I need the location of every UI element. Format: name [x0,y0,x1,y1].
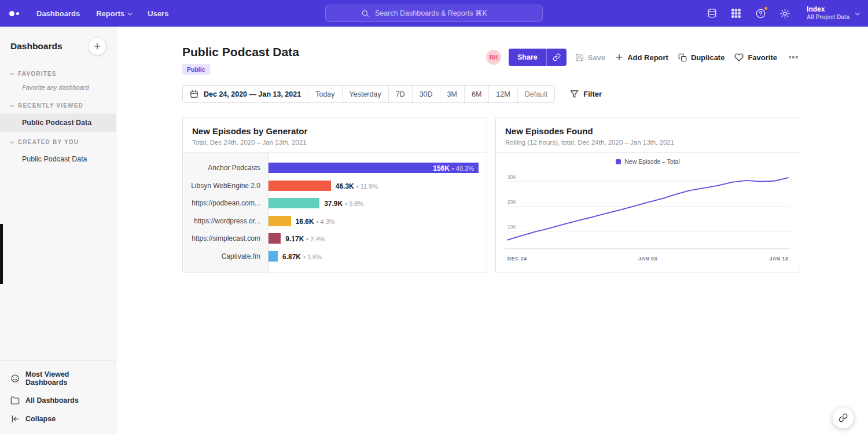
nav-link-dashboards[interactable]: Dashboards [36,9,80,18]
database-icon[interactable] [706,8,718,19]
share-split-button: Share [509,49,567,66]
add-report-label: Add Report [627,53,668,62]
more-options-button[interactable] [786,53,801,61]
bar-category-label: https://podbean.com... [183,199,269,207]
sidebar-section-created-by-you[interactable]: CREATED BY YOU [0,132,116,150]
range-button-7d[interactable]: 7D [389,86,413,102]
svg-text:JAN 13: JAN 13 [770,256,788,262]
screen-edge-artifact [0,224,3,284]
footer-item-label: Collapse [25,415,56,423]
page-title: Public Podcast Data [182,45,299,59]
sidebar-item-public-podcast-data[interactable]: Public Podcast Data [0,113,116,132]
bar-value: 37.9K [324,200,343,208]
sidebar-title: Dashboards [10,41,62,52]
bar[interactable] [269,233,281,244]
report-card-new-episodes-by-generator: New Episodes by Generator Total, Dec 24t… [182,117,487,273]
app-window: Dashboards Reports Users Index [0,0,868,434]
all-dashboards-button[interactable]: All Dashboards [0,391,116,410]
collapse-sidebar-button[interactable]: Collapse [0,410,116,428]
workspace-selector[interactable]: Index All Project Data [807,5,859,21]
save-button[interactable]: Save [574,51,606,64]
gear-icon[interactable] [779,8,790,19]
bar-category-label: Anchor Podcasts [183,164,269,172]
avatar[interactable]: RH [486,50,501,65]
nav-link-label: Users [148,9,168,18]
bar-percent: • 2.4% [306,236,325,242]
most-viewed-dashboards-button[interactable]: Most Viewed Dashboards [0,366,116,391]
bar-value-label: 16.6K• 4.3% [296,216,335,226]
bar[interactable]: 156K• 40.3% [269,163,479,173]
visibility-badge[interactable]: Public [182,64,210,75]
date-range-group: Dec 24, 2020 — Jan 13, 2021 Today Yester… [182,85,555,103]
svg-text:20K: 20K [507,199,517,205]
new-dashboard-button[interactable] [88,37,106,56]
filter-funnel-icon [570,90,579,98]
bar-value: 16.6K [296,218,314,226]
app-logo[interactable] [9,11,19,16]
legend-swatch [616,159,621,164]
duplicate-button[interactable]: Duplicate [677,51,726,64]
sidebar-item-public-podcast-data[interactable]: Public Podcast Data [0,150,116,168]
bar[interactable] [269,216,291,226]
date-range-label: Dec 24, 2020 — Jan 13, 2021 [204,90,301,98]
logo-dots-icon [9,11,14,16]
range-button-default[interactable]: Default [518,86,555,102]
bar-track: 156K• 40.3% [269,163,479,173]
bar-category-label: Captivate.fm [183,252,269,260]
bar-value: 46.3K [336,182,354,190]
bar-category-label: https://wordpress.or... [183,217,269,225]
favorites-empty-hint: Favorite any dashboard [0,82,116,95]
bar-category-label: https://simplecast.com [183,234,269,242]
bar-track: 46.3K• 11.9% [269,181,479,191]
bar-category-label: Libsyn WebEngine 2.0 [183,182,269,190]
search-input[interactable] [374,9,507,18]
section-label: RECENTLY VIEWED [18,102,83,109]
share-link-fab[interactable] [832,407,854,429]
sidebar-section-recently-viewed[interactable]: RECENTLY VIEWED [0,95,116,113]
card-subtitle: Total, Dec 24th, 2020 – Jan 13th, 2021 [192,139,477,146]
line-chart-svg[interactable]: 10K20K30KDEC 24JAN 03JAN 13 [505,167,790,264]
share-link-button[interactable] [546,49,567,66]
bar[interactable] [269,198,319,208]
date-filter-toolbar: Dec 24, 2020 — Jan 13, 2021 Today Yester… [182,85,801,103]
report-card-new-episodes-found: New Episodes Found Rolling (12 hours), t… [495,117,800,273]
favorite-label: Favorite [748,53,777,62]
card-header: New Episodes Found Rolling (12 hours), t… [496,117,800,153]
range-button-yesterday[interactable]: Yesterday [343,86,389,102]
help-icon[interactable] [755,8,766,19]
sidebar-section-favorites[interactable]: FAVORITES [0,64,116,82]
apps-grid-icon[interactable] [730,8,742,19]
link-icon [838,413,848,422]
card-title: New Episodes by Generator [192,126,477,136]
date-range-picker[interactable]: Dec 24, 2020 — Jan 13, 2021 [183,86,308,102]
share-button[interactable]: Share [509,49,546,66]
workspace-label: Index All Project Data [807,5,849,21]
bar-row: https://simplecast.com 9.17K• 2.4% [183,230,487,248]
bar[interactable] [269,251,278,262]
svg-text:JAN 03: JAN 03 [638,256,657,262]
add-report-button[interactable]: Add Report [614,51,670,64]
card-subtitle: Rolling (12 hours), total, Dec 24th, 202… [505,139,790,146]
filter-button[interactable]: Filter [570,90,602,98]
nav-link-reports[interactable]: Reports [96,9,131,18]
global-search[interactable] [325,5,543,22]
range-button-30d[interactable]: 30D [413,86,440,102]
bar-row: https://wordpress.or... 16.6K• 4.3% [183,212,487,230]
bar-chart[interactable]: Anchor Podcasts 156K• 40.3% Libsyn WebEn… [183,153,487,273]
favorite-button[interactable]: Favorite [733,50,778,64]
bar-value: 6.87K [282,253,301,261]
search-icon [361,9,369,17]
title-block: Public Podcast Data Public [182,45,299,75]
bar-percent: • 1.8% [303,253,322,260]
collapse-icon [10,414,20,424]
range-button-today[interactable]: Today [308,86,342,102]
save-icon [575,53,584,62]
range-button-6m[interactable]: 6M [465,86,489,102]
range-button-3m[interactable]: 3M [440,86,465,102]
bar[interactable] [269,181,331,191]
section-label: CREATED BY YOU [18,139,79,145]
range-button-12m[interactable]: 12M [489,86,517,102]
calendar-icon [190,90,198,98]
nav-link-users[interactable]: Users [148,9,168,18]
line-chart[interactable]: New Episode – Total 10K20K30KDEC 24JAN 0… [496,153,800,273]
